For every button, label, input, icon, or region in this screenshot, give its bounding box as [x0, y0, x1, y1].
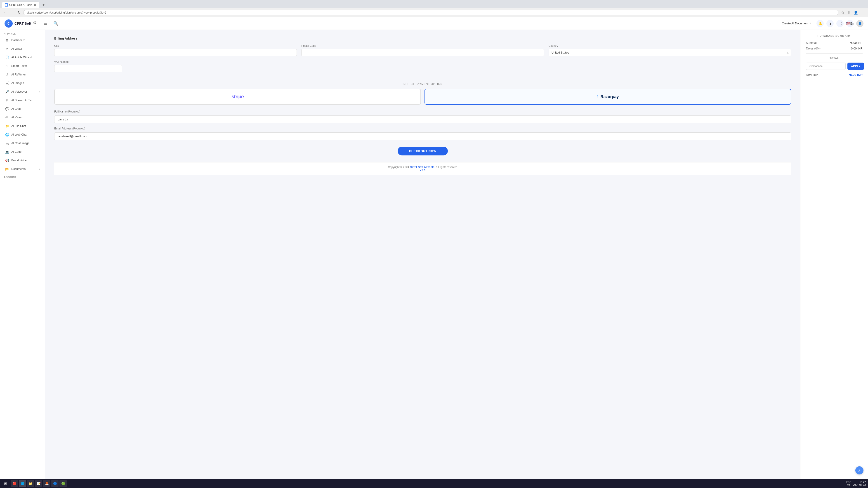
footer-copyright: Copyright © 2024 CPRT Soft AI Tools. All… [57, 166, 788, 169]
sidebar-item-ai-chat-image[interactable]: 🖼 AI Chat Image [1, 139, 43, 147]
checkout-button-wrapper: CHECKOUT NOW [54, 147, 791, 156]
tab-title: CPRT Soft AI Tools [9, 3, 32, 6]
sidebar-item-ai-speech-label: AI Speech to Text [11, 99, 33, 102]
sidebar-item-ai-vision[interactable]: 👁 AI Vision [1, 113, 43, 122]
fullscreen-button[interactable]: ⛶ [836, 20, 844, 27]
vat-input[interactable] [54, 65, 122, 72]
chevron-down-icon: ∧ [810, 22, 811, 25]
ai-panel-label: AI PANEL [0, 30, 45, 36]
ai-vision-icon: 👁 [5, 116, 9, 120]
sidebar-item-ai-chat-label: AI Chat [11, 107, 21, 110]
sidebar-item-ai-images-label: AI Images [11, 82, 24, 85]
footer: Copyright © 2024 CPRT Soft AI Tools. All… [54, 162, 791, 175]
sidebar-item-ai-article-wizard[interactable]: 📄 AI Article Wizard [1, 53, 43, 61]
language-selector[interactable]: 🇺🇸 En [846, 20, 854, 27]
promocode-input[interactable] [806, 63, 846, 70]
topbar: C CPRT Soft ⚙ ☰ 🔍 Create AI Document ∧ 🔔… [0, 17, 868, 30]
sidebar-item-smart-editor[interactable]: 🖊 Smart Editor [1, 62, 43, 70]
sidebar-item-ai-code-label: AI Code [11, 150, 22, 153]
account-label: ACCOUNT [0, 173, 45, 180]
sidebar-item-brand-voice[interactable]: 📢 Brand Voice [1, 156, 43, 164]
ai-file-chat-icon: 📁 [5, 124, 9, 128]
taskbar-app-4[interactable]: 📝 [35, 480, 42, 487]
sidebar-item-ai-file-chat-label: AI File Chat [11, 125, 26, 128]
forward-button[interactable]: → [9, 10, 15, 15]
new-tab-button[interactable]: + [40, 1, 47, 8]
footer-brand-link[interactable]: CPRT Soft AI Tools [410, 166, 434, 169]
search-button[interactable]: 🔍 [52, 20, 60, 27]
active-tab[interactable]: CPRT Soft AI Tools ✕ [2, 2, 39, 8]
menu-toggle-button[interactable]: ☰ [42, 20, 49, 27]
total-due-label: Total Due [806, 73, 818, 76]
taskbar-app-6[interactable]: 🔵 [51, 480, 59, 487]
city-input[interactable] [54, 49, 297, 56]
taskbar-app-browser[interactable]: 🌐 [19, 480, 26, 487]
back-button[interactable]: ← [2, 10, 8, 15]
topbar-right: Create AI Document ∧ 🔔 ◑ ⛶ 🇺🇸 En 👤 [780, 20, 864, 27]
documents-icon: 📂 [5, 167, 9, 171]
sidebar-item-ai-code[interactable]: 💻 AI Code [1, 148, 43, 156]
taskbar-app-1[interactable]: 🔴 [11, 480, 18, 487]
stripe-logo: stripe [231, 94, 244, 100]
subtotal-label: Subtotal [806, 41, 817, 44]
taskbar-systray: ENGUS [846, 481, 851, 486]
time-display: 15:47 [853, 481, 866, 484]
taskbar-start-button[interactable]: ⊞ [2, 481, 9, 487]
svg-point-0 [5, 4, 7, 6]
email-required: (Required) [72, 127, 85, 130]
reload-button[interactable]: ↻ [17, 9, 22, 15]
theme-toggle-button[interactable]: ◑ [827, 20, 834, 27]
full-name-required: (Required) [67, 110, 80, 113]
sidebar-item-ai-vision-label: AI Vision [11, 116, 22, 119]
sidebar-item-ai-writer[interactable]: ✏ AI Writer [1, 45, 43, 53]
apply-button[interactable]: APPLY [847, 63, 864, 70]
gear-icon: ⚙ [33, 20, 39, 27]
documents-chevron-icon: › [39, 168, 40, 170]
app-logo: C CPRT Soft ⚙ [4, 20, 39, 28]
taskbar: ⊞ 🔴 🌐 📁 📝 🦊 🔵 🟢 ENGUS 15:47 2024-07-03 [0, 479, 868, 488]
email-input[interactable] [54, 132, 791, 140]
taskbar-app-7[interactable]: 🟢 [59, 480, 67, 487]
brand-voice-icon: 📢 [5, 158, 9, 162]
billing-row-1: City Postal Code Country United States U… [54, 44, 791, 56]
scroll-to-top-button[interactable]: ∧ [855, 466, 864, 475]
checkout-now-button[interactable]: CHECKOUT NOW [398, 147, 447, 156]
dashboard-icon: ⊞ [5, 38, 9, 42]
country-select[interactable]: United States United Kingdom India [549, 49, 791, 56]
topbar-left: C CPRT Soft ⚙ ☰ 🔍 [4, 20, 60, 28]
country-select-wrapper: United States United Kingdom India ∧ [549, 49, 791, 56]
taskbar-app-5[interactable]: 🦊 [43, 480, 51, 487]
sidebar-item-ai-file-chat[interactable]: 📁 AI File Chat [1, 122, 43, 130]
postal-code-input[interactable] [301, 49, 544, 56]
full-name-input[interactable] [54, 116, 791, 123]
sidebar-item-ai-speech-to-text[interactable]: 🎙 AI Speech to Text [1, 96, 43, 104]
tab-close-button[interactable]: ✕ [34, 3, 36, 7]
sidebar-item-ai-voiceover[interactable]: 🎤 AI Voiceover › [1, 88, 43, 96]
create-ai-document-button[interactable]: Create AI Document ∧ [780, 20, 814, 26]
create-ai-document-label: Create AI Document [782, 22, 808, 25]
sidebar-item-dashboard[interactable]: ⊞ Dashboard [1, 36, 43, 44]
promo-row: APPLY [806, 63, 863, 70]
taskbar-app-3[interactable]: 📁 [27, 480, 34, 487]
vat-label: VAT Number [54, 60, 791, 64]
razorpay-payment-option[interactable]: ⌇ Razorpay [425, 89, 791, 105]
sidebar-item-ai-web-chat[interactable]: 🌐 AI Web Chat [1, 131, 43, 139]
profile-button[interactable]: 👤 [852, 9, 859, 15]
tab-favicon [5, 3, 8, 6]
sidebar-item-smart-editor-label: Smart Editor [11, 64, 27, 68]
sidebar-item-ai-images[interactable]: 🖼 AI Images [1, 79, 43, 87]
sidebar-item-ai-chat[interactable]: 💬 AI Chat [1, 105, 43, 113]
notifications-button[interactable]: 🔔 [816, 20, 824, 27]
sidebar-item-documents[interactable]: 📂 Documents › [1, 165, 43, 173]
menu-button[interactable]: ⋮ [860, 9, 866, 15]
ai-rewriter-icon: ↺ [5, 72, 9, 76]
purchase-summary: PURCHASE SUMMARY Subtotal 75.00 INR Taxe… [800, 30, 868, 479]
sidebar-item-ai-rewriter[interactable]: ↺ AI ReWriter [1, 70, 43, 78]
user-avatar[interactable]: 👤 [856, 20, 864, 27]
download-button[interactable]: ⬇ [846, 9, 851, 15]
total-due-value: 75.00 INR [848, 73, 863, 76]
url-bar[interactable]: aitools.cprtsoft.com/user/pricing/plan/o… [23, 10, 838, 15]
bookmark-button[interactable]: ☆ [840, 9, 845, 15]
stripe-payment-option[interactable]: stripe [54, 89, 421, 105]
sidebar-item-ai-article-wizard-label: AI Article Wizard [11, 56, 32, 59]
